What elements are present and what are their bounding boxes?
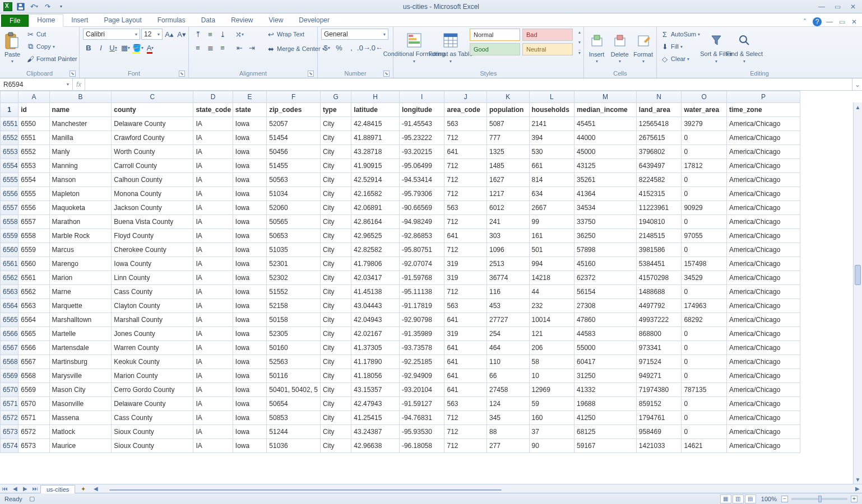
- cell[interactable]: -94.53414: [399, 173, 444, 187]
- cell[interactable]: Iowa: [233, 229, 266, 243]
- cell[interactable]: IA: [193, 159, 233, 173]
- cell[interactable]: 51454: [267, 131, 321, 145]
- insert-cells-button[interactable]: Insert▾: [587, 29, 606, 67]
- cell[interactable]: 51552: [267, 285, 321, 299]
- cell[interactable]: 97055: [682, 229, 727, 243]
- cell[interactable]: 859152: [636, 397, 682, 411]
- prev-sheet-icon[interactable]: ◀: [10, 486, 20, 492]
- next-sheet-icon[interactable]: ▶: [20, 486, 30, 492]
- table-row[interactable]: 65646563MarquetteClayton CountyIAIowa521…: [1, 299, 800, 313]
- cell[interactable]: Iowa: [233, 425, 266, 439]
- cell[interactable]: 68125: [574, 425, 637, 439]
- cell[interactable]: 62372: [574, 271, 637, 285]
- cell[interactable]: 52302: [267, 271, 321, 285]
- cell[interactable]: City: [320, 397, 351, 411]
- cell[interactable]: 641: [444, 369, 487, 383]
- cell[interactable]: 41332: [574, 383, 637, 397]
- cell[interactable]: type: [320, 103, 351, 117]
- cell[interactable]: 641: [444, 145, 487, 159]
- cell[interactable]: 50565: [267, 215, 321, 229]
- cell[interactable]: 2513: [486, 257, 529, 271]
- format-painter-button[interactable]: 🖌Format Painter: [26, 53, 77, 64]
- table-row[interactable]: 1idnamecountystate_codestatezip_codestyp…: [1, 103, 800, 117]
- cell[interactable]: -92.07074: [399, 257, 444, 271]
- cell[interactable]: 6553: [18, 159, 49, 173]
- cell[interactable]: Iowa: [233, 271, 266, 285]
- cell[interactable]: America/Chicago: [726, 201, 800, 215]
- cell[interactable]: 0: [682, 425, 727, 439]
- cell[interactable]: America/Chicago: [726, 425, 800, 439]
- cell[interactable]: City: [320, 369, 351, 383]
- cell[interactable]: 241: [486, 215, 529, 229]
- cell[interactable]: Iowa: [233, 131, 266, 145]
- file-tab[interactable]: File: [1, 15, 29, 27]
- cell[interactable]: IA: [193, 411, 233, 425]
- cell[interactable]: City: [320, 229, 351, 243]
- cell[interactable]: 52158: [267, 299, 321, 313]
- increase-indent-icon[interactable]: ⇥: [246, 42, 257, 53]
- cell[interactable]: City: [320, 341, 351, 355]
- table-row[interactable]: 65556554MansonCalhoun CountyIAIowa50563C…: [1, 173, 800, 187]
- orientation-icon[interactable]: ⤭▾: [234, 29, 245, 40]
- cell[interactable]: 563: [444, 117, 487, 131]
- close-icon[interactable]: ✕: [847, 2, 859, 11]
- cell[interactable]: 787135: [682, 383, 727, 397]
- cell[interactable]: time_zone: [726, 103, 800, 117]
- cell[interactable]: 0: [682, 411, 727, 425]
- cell[interactable]: 464: [486, 341, 529, 355]
- normal-view-icon[interactable]: ▦: [720, 494, 731, 503]
- cell[interactable]: 303: [486, 229, 529, 243]
- cell[interactable]: 44000: [574, 131, 637, 145]
- cell[interactable]: 45160: [574, 257, 637, 271]
- cell[interactable]: 50116: [267, 369, 321, 383]
- cell[interactable]: Keokuk County: [112, 355, 193, 369]
- cell[interactable]: 41.88971: [351, 131, 400, 145]
- cell[interactable]: 49937222: [636, 313, 682, 327]
- cell[interactable]: Warren County: [112, 341, 193, 355]
- cell[interactable]: 6558: [18, 229, 49, 243]
- cell[interactable]: Clayton County: [112, 299, 193, 313]
- cell[interactable]: City: [320, 271, 351, 285]
- cell[interactable]: Martelle: [49, 327, 112, 341]
- table-row[interactable]: 65736572MatlockSioux CountyIAIowa51244Ci…: [1, 425, 800, 439]
- cell[interactable]: IA: [193, 341, 233, 355]
- cell[interactable]: 4152315: [636, 187, 682, 201]
- cell[interactable]: 36774: [486, 271, 529, 285]
- cell[interactable]: 60417: [574, 355, 637, 369]
- cell[interactable]: 712: [444, 131, 487, 145]
- cell[interactable]: 6565: [18, 327, 49, 341]
- column-header[interactable]: F: [267, 91, 321, 103]
- cell[interactable]: 319: [444, 271, 487, 285]
- bold-icon[interactable]: B: [83, 42, 94, 53]
- table-row[interactable]: 65726571MassenaCass CountyIAIowa50853Cit…: [1, 411, 800, 425]
- cell[interactable]: 42.82582: [351, 243, 400, 257]
- cell[interactable]: 50563: [267, 173, 321, 187]
- cell[interactable]: America/Chicago: [726, 257, 800, 271]
- cell[interactable]: -95.93530: [399, 425, 444, 439]
- cell[interactable]: IA: [193, 187, 233, 201]
- format-as-table-button[interactable]: Format as Table▾: [436, 29, 465, 67]
- cell[interactable]: America/Chicago: [726, 159, 800, 173]
- cell[interactable]: 973341: [636, 341, 682, 355]
- align-top-icon[interactable]: ⤒: [192, 29, 203, 40]
- cell[interactable]: 51036: [267, 439, 321, 453]
- cell[interactable]: 6573: [18, 439, 49, 453]
- cell[interactable]: 6566: [18, 341, 49, 355]
- cell[interactable]: 55000: [574, 341, 637, 355]
- cell[interactable]: 6560: [18, 257, 49, 271]
- cell[interactable]: America/Chicago: [726, 187, 800, 201]
- cell[interactable]: IA: [193, 257, 233, 271]
- style-normal[interactable]: Normal: [470, 29, 520, 41]
- cell[interactable]: 42.47943: [351, 397, 400, 411]
- styles-scroll-up-icon[interactable]: ▴: [578, 30, 581, 35]
- cell[interactable]: 121: [529, 327, 574, 341]
- cell[interactable]: 50853: [267, 411, 321, 425]
- column-header[interactable]: A: [18, 91, 49, 103]
- ribbon-tab-data[interactable]: Data: [193, 15, 223, 26]
- cell[interactable]: City: [320, 355, 351, 369]
- cell[interactable]: 6569: [18, 383, 49, 397]
- cell[interactable]: water_area: [682, 103, 727, 117]
- hscroll-thumb[interactable]: [109, 489, 502, 491]
- cell[interactable]: 1096: [486, 243, 529, 257]
- cell[interactable]: -95.23222: [399, 131, 444, 145]
